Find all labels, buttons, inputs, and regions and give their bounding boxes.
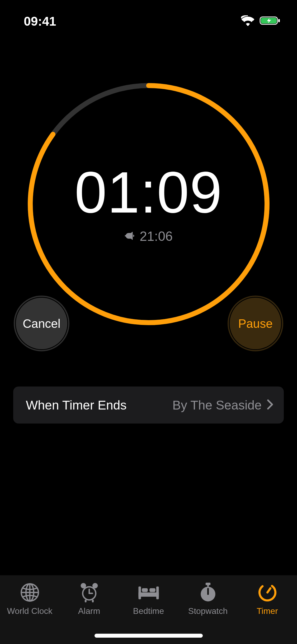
tab-stopwatch[interactable]: Stopwatch (178, 581, 238, 616)
alarm-clock-icon (78, 581, 100, 604)
svg-point-13 (92, 583, 98, 588)
tab-timer-label: Timer (257, 606, 278, 616)
bell-icon (124, 230, 135, 243)
status-time: 09:41 (24, 14, 56, 29)
timer-buttons-row: Cancel Pause (16, 298, 281, 349)
timer-end-row: 21:06 (124, 229, 173, 244)
cancel-button-label: Cancel (23, 316, 60, 331)
svg-rect-19 (142, 588, 148, 592)
tab-alarm-label: Alarm (78, 606, 100, 616)
tab-world-clock[interactable]: World Clock (0, 581, 59, 616)
when-timer-ends-value: By The Seaside (172, 398, 262, 412)
bed-icon (137, 581, 161, 604)
stopwatch-icon (198, 581, 218, 604)
battery-charging-icon (260, 15, 281, 27)
when-timer-ends-label: When Timer Ends (26, 398, 126, 412)
svg-rect-14 (84, 600, 86, 602)
svg-rect-20 (149, 588, 155, 592)
svg-rect-22 (207, 584, 209, 587)
home-indicator[interactable] (95, 634, 203, 638)
status-bar: 09:41 (0, 0, 297, 34)
tab-world-clock-label: World Clock (7, 606, 53, 616)
pause-button-label: Pause (238, 316, 272, 331)
pause-button[interactable]: Pause (230, 298, 281, 349)
timer-end-time: 21:06 (140, 229, 173, 244)
wifi-icon (241, 15, 255, 27)
timer-dial: 01:09 21:06 (24, 79, 273, 329)
svg-rect-2 (278, 19, 280, 22)
when-timer-ends-row[interactable]: When Timer Ends By The Seaside (13, 387, 284, 424)
chevron-right-icon (267, 399, 273, 411)
tab-alarm[interactable]: Alarm (59, 581, 119, 616)
timer-remaining-text: 01:09 (74, 159, 223, 226)
svg-line-26 (267, 588, 270, 592)
globe-icon (20, 581, 40, 604)
tab-bedtime-label: Bedtime (133, 606, 164, 616)
timer-dial-area: 01:09 21:06 (0, 79, 297, 329)
svg-rect-18 (138, 592, 159, 597)
timer-icon (257, 581, 277, 604)
tab-bedtime[interactable]: Bedtime (119, 581, 178, 616)
cancel-button[interactable]: Cancel (16, 298, 67, 349)
svg-point-12 (81, 583, 86, 588)
tab-timer[interactable]: Timer (238, 581, 297, 616)
tab-stopwatch-label: Stopwatch (188, 606, 228, 616)
svg-rect-15 (92, 600, 94, 602)
status-icons (241, 15, 281, 27)
